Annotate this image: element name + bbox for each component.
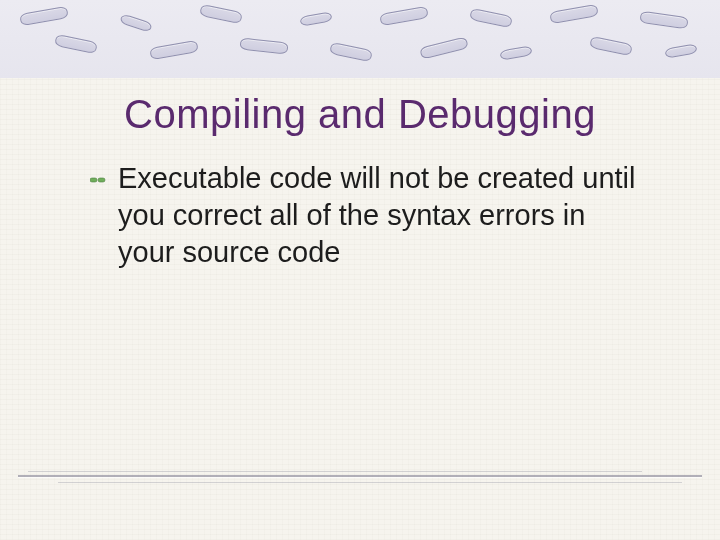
bullet-icon — [90, 174, 106, 186]
bullet-item: Executable code will not be created unti… — [90, 160, 640, 271]
slide-body: Executable code will not be created unti… — [90, 160, 640, 271]
decorative-header-band — [0, 0, 720, 78]
decorative-footer-line — [18, 475, 702, 478]
svg-rect-1 — [98, 178, 105, 182]
slide-title: Compiling and Debugging — [0, 92, 720, 137]
svg-rect-0 — [90, 178, 97, 182]
slide: Compiling and Debugging Executable code … — [0, 0, 720, 540]
bullet-text: Executable code will not be created unti… — [118, 160, 640, 271]
